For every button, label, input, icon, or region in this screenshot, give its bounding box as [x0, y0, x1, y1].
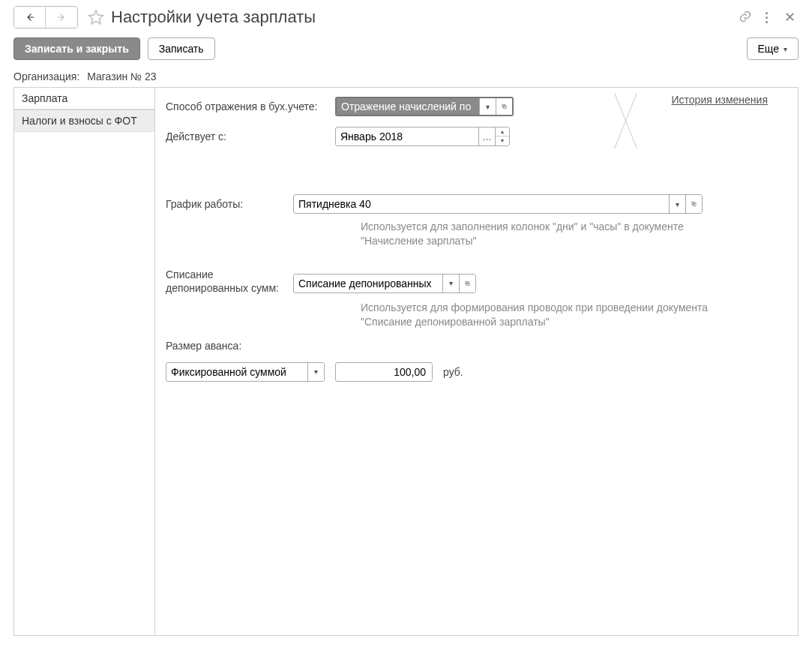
advance-amount-input[interactable]	[335, 362, 433, 382]
organization-label: Организация:	[13, 70, 79, 82]
disabled-cross-icon	[603, 91, 648, 151]
advance-unit: руб.	[443, 366, 463, 378]
forward-button[interactable]	[46, 7, 77, 28]
writeoff-hint: Используется для формирования проводок п…	[361, 301, 713, 329]
history-link[interactable]: История изменения	[672, 94, 768, 106]
effective-input-group: ▴ ▾	[335, 127, 510, 146]
page-title: Настройки учета зарплаты	[111, 8, 316, 27]
writeoff-input-group	[293, 274, 476, 293]
advance-type-group	[166, 362, 325, 382]
schedule-input-group	[293, 194, 703, 214]
reflect-open-button[interactable]	[496, 98, 512, 115]
reflect-input-group	[335, 97, 514, 116]
schedule-label: График работы:	[166, 198, 293, 210]
spinner-down-button[interactable]: ▾	[496, 136, 509, 146]
save-button[interactable]: Записать	[148, 38, 215, 60]
arrow-right-icon	[55, 12, 67, 22]
close-button[interactable]: ✕	[781, 9, 799, 26]
schedule-open-button[interactable]	[685, 195, 702, 213]
writeoff-open-button[interactable]	[459, 274, 475, 292]
advance-label: Размер аванса:	[166, 340, 241, 352]
writeoff-label: Списание депонированных сумм:	[166, 268, 293, 295]
favorite-star-icon[interactable]	[87, 8, 105, 26]
link-icon[interactable]	[739, 10, 752, 26]
schedule-input[interactable]	[294, 195, 669, 213]
spinner-up-button[interactable]: ▴	[496, 128, 509, 136]
reflect-input[interactable]	[337, 98, 479, 115]
reflect-dropdown-button[interactable]	[479, 98, 496, 115]
schedule-dropdown-button[interactable]	[669, 195, 685, 213]
more-label: Еще	[758, 43, 780, 55]
organization-row: Организация: Магазин № 23	[13, 70, 799, 82]
organization-value: Магазин № 23	[87, 70, 156, 82]
writeoff-dropdown-button[interactable]	[442, 274, 459, 292]
nav-group	[13, 6, 78, 28]
schedule-hint: Используется для заполнения колонок "дни…	[361, 220, 728, 248]
kebab-menu-icon[interactable]	[766, 12, 768, 23]
advance-type-dropdown-button[interactable]	[307, 363, 324, 381]
back-button[interactable]	[14, 7, 46, 28]
advance-type-input[interactable]	[166, 363, 307, 381]
effective-spinner: ▴ ▾	[495, 128, 509, 146]
chevron-down-icon: ▾	[784, 45, 787, 53]
tab-taxes[interactable]: Налоги и взносы с ФОТ	[14, 110, 154, 132]
writeoff-input[interactable]	[294, 274, 442, 292]
effective-select-button[interactable]	[478, 128, 495, 146]
tabs-list: Зарплата Налоги и взносы с ФОТ	[14, 88, 155, 635]
save-and-close-button[interactable]: Записать и закрыть	[13, 38, 140, 60]
effective-input[interactable]	[336, 128, 478, 146]
tab-salary[interactable]: Зарплата	[14, 88, 154, 110]
arrow-left-icon	[24, 12, 36, 22]
effective-label: Действует с:	[166, 130, 335, 142]
more-button[interactable]: Еще ▾	[747, 38, 799, 60]
reflect-label: Способ отражения в бух.учете:	[166, 100, 335, 112]
